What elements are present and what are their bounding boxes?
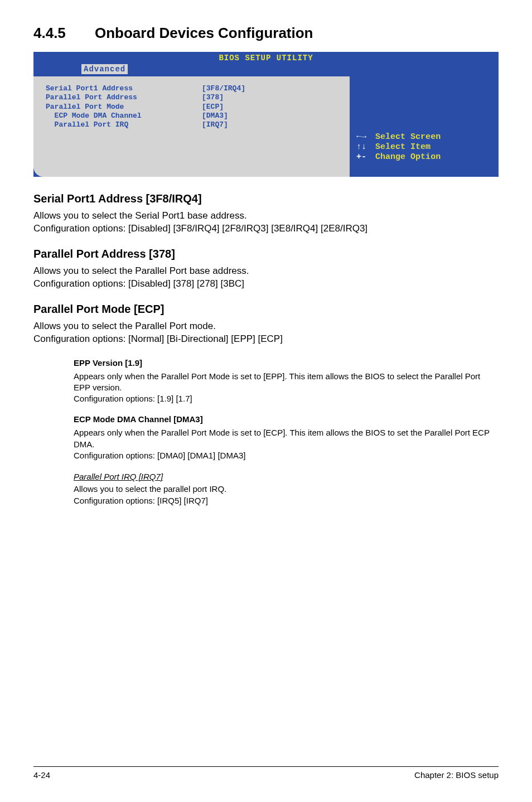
arrows-horizontal-icon: ←→: [356, 132, 375, 142]
page-number: 4-24: [33, 770, 50, 780]
bios-row-label: Serial Port1 Address: [46, 84, 202, 93]
bios-row-value: [DMA3]: [202, 112, 340, 120]
section-title-text: Onboard Devices Configuration: [95, 25, 313, 42]
bios-hints-panel: ←→ Select Screen ↑↓ Select Item +- Chang…: [350, 76, 499, 177]
bios-row[interactable]: Serial Port1 Address [3F8/IRQ4]: [46, 84, 340, 93]
subsection-heading: Parallel Port Mode [ECP]: [33, 303, 499, 316]
bios-hint: +- Change Option: [356, 152, 492, 162]
bios-row-label: Parallel Port IRQ: [46, 120, 202, 129]
bios-header-title: BIOS SETUP UTILITY: [219, 54, 313, 62]
subsection-body: Allows you to select the Parallel Port m…: [33, 320, 499, 346]
subsection-body: Allows you to select the Parallel Port b…: [33, 265, 499, 291]
bios-settings-panel: Serial Port1 Address [3F8/IRQ4] Parallel…: [33, 76, 350, 177]
section-heading: 4.4.5 Onboard Devices Configuration: [33, 25, 499, 42]
nested-block: ECP Mode DMA Channel [DMA3] Appears only…: [74, 414, 499, 461]
bios-hint: ↑↓ Select Item: [356, 142, 492, 152]
nested-title: ECP Mode DMA Channel [DMA3]: [74, 414, 499, 424]
nested-body: Appears only when the Parallel Port Mode…: [74, 371, 499, 405]
nested-block-italic: Parallel Port IRQ [IRQ7] Allows you to s…: [74, 471, 499, 506]
bios-header: BIOS SETUP UTILITY Advanced: [33, 52, 499, 76]
bios-hint-text: Change Option: [375, 152, 441, 162]
bios-row[interactable]: Parallel Port Address [378]: [46, 93, 340, 102]
section-number: 4.4.5: [33, 25, 95, 42]
subsection-heading: Serial Port1 Address [3F8/IRQ4]: [33, 192, 499, 205]
nested-body: Appears only when the Parallel Port Mode…: [74, 427, 499, 461]
bios-row-label: ECP Mode DMA Channel: [46, 112, 202, 120]
bios-row-label: Parallel Port Mode: [46, 103, 202, 112]
bios-tab-advanced[interactable]: Advanced: [81, 64, 128, 74]
bios-body: Serial Port1 Address [3F8/IRQ4] Parallel…: [33, 76, 499, 177]
bios-row[interactable]: ECP Mode DMA Channel [DMA3]: [46, 112, 340, 120]
subsection-body: Allows you to select the Serial Port1 ba…: [33, 210, 499, 235]
subsection-heading: Parallel Port Address [378]: [33, 248, 499, 260]
bios-row-value: [378]: [202, 93, 340, 102]
chapter-label: Chapter 2: BIOS setup: [414, 770, 499, 780]
bios-row-value: [IRQ7]: [202, 120, 340, 129]
bios-row[interactable]: Parallel Port Mode [ECP]: [46, 103, 340, 112]
bios-hint-text: Select Item: [375, 142, 431, 152]
bios-row-value: [ECP]: [202, 103, 340, 112]
nested-title: EPP Version [1.9]: [74, 358, 499, 368]
bios-hint-text: Select Screen: [375, 132, 441, 142]
bios-screenshot: BIOS SETUP UTILITY Advanced Serial Port1…: [33, 52, 499, 177]
nested-block: EPP Version [1.9] Appears only when the …: [74, 358, 499, 405]
arrows-vertical-icon: ↑↓: [356, 142, 375, 152]
nested-body: Allows you to select the parallel port I…: [74, 484, 499, 506]
bios-row-value: [3F8/IRQ4]: [202, 84, 340, 93]
page-footer: 4-24 Chapter 2: BIOS setup: [33, 766, 499, 780]
nested-italic-title: Parallel Port IRQ [IRQ7]: [74, 472, 163, 481]
plus-minus-icon: +-: [356, 152, 375, 162]
bios-hint: ←→ Select Screen: [356, 132, 492, 142]
bios-row[interactable]: Parallel Port IRQ [IRQ7]: [46, 120, 340, 129]
bios-row-label: Parallel Port Address: [46, 93, 202, 102]
